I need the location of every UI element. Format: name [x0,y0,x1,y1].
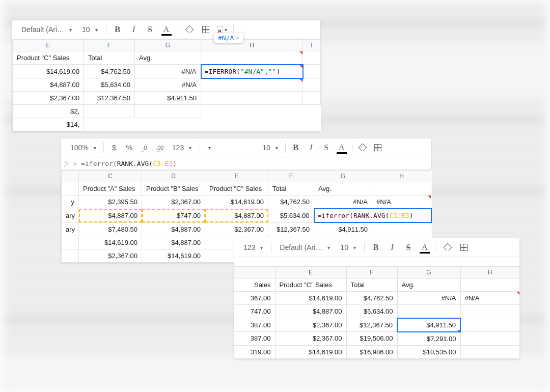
text-color-button[interactable]: A [420,242,430,253]
fill-color-button[interactable] [443,242,453,253]
cell[interactable]: 367.00 [234,292,275,305]
percent-button[interactable]: % [124,143,134,153]
spreadsheet-panel3[interactable]: E F G H Sales Product "C" Sales Total Av… [234,266,520,359]
col-header[interactable]: H [460,267,519,278]
col-header[interactable]: C [79,171,142,182]
cell[interactable] [201,78,303,92]
cell[interactable]: $4,762.50 [346,292,397,305]
cell[interactable]: $14,619.00 [13,65,84,78]
col-header[interactable]: D [142,171,205,182]
cell[interactable]: 747.00 [234,305,275,318]
text-color-button[interactable]: A [337,143,347,153]
text-color-button[interactable]: A [161,24,172,35]
decrease-decimal-button[interactable]: .0← [140,143,150,153]
cell[interactable]: $7,291.00 [397,332,460,346]
cancel-icon[interactable]: ✕ [73,160,77,167]
cell[interactable]: $4,762.50 [268,195,314,209]
cell[interactable] [62,182,79,195]
cell[interactable]: $2,367.00 [275,332,346,346]
col-header[interactable]: E [205,171,268,182]
cell[interactable]: $4.911.50 [135,92,201,105]
col-header[interactable]: G [314,171,372,182]
col-header[interactable]: I [303,40,321,51]
spreadsheet-panel1[interactable]: E F G H I Product "C" Sales Total Avg. $… [12,39,321,131]
zoom-selector[interactable]: 100% [68,143,98,153]
font-size-selector[interactable]: 10 [80,24,100,35]
currency-button[interactable]: $ [109,143,119,153]
cell[interactable]: $14, [13,118,84,131]
cell[interactable]: $2,367.00 [79,249,142,263]
cell[interactable]: $14,619.00 [79,236,142,249]
cell[interactable]: $5,634.00 [346,305,397,318]
strikethrough-button[interactable]: S [321,143,332,153]
cell[interactable] [135,105,201,118]
cell[interactable]: $2,367.00 [275,318,346,332]
font-selector[interactable]: Default (Ari… [278,242,332,253]
col-header[interactable]: F [84,40,135,51]
italic-button[interactable]: I [387,242,397,253]
cell[interactable] [62,249,79,263]
cell[interactable]: Total [268,182,314,195]
borders-button[interactable] [459,242,469,253]
formula-bar[interactable]: fx ✕ =iferror(RANK.AVG(C3:E3) [61,157,431,170]
cell[interactable] [303,65,321,78]
cell[interactable] [303,78,321,92]
formula-editing-cell[interactable]: =IFERROR("#N/A","") [201,65,303,78]
formula-editing-cell[interactable]: ? =iferror(RANK.AVG(C3:E3) [314,209,431,222]
cell[interactable] [397,305,460,318]
cell[interactable]: Product "C" Sales [275,278,346,292]
cell[interactable]: $4,887.00 [275,305,346,318]
cell[interactable]: ary [62,222,79,236]
col-header[interactable]: E [275,267,346,278]
strikethrough-button[interactable]: S [403,242,414,253]
bold-button[interactable]: B [113,24,123,35]
cell[interactable]: Product "C" Sales [13,51,84,65]
cell[interactable]: $2,395.50 [79,195,142,209]
cell[interactable]: $5,634.00 [268,209,314,222]
cell[interactable]: ary [62,209,79,222]
cell[interactable]: #N/A [460,292,519,305]
font-size-selector[interactable]: 10 [338,242,358,253]
font-selector[interactable]: Default (Ari… [19,24,74,35]
cell[interactable]: $10,535.00 [397,345,460,358]
cell[interactable]: $2, [13,105,84,118]
increase-decimal-button[interactable]: .00→ [155,143,165,153]
col-header[interactable]: G [397,267,460,278]
number-format-selector[interactable]: 123 [241,242,265,253]
fill-color-button[interactable] [184,24,195,35]
cell[interactable]: #N/A [397,292,460,305]
cell[interactable]: Product "C" Sales [205,182,268,195]
cell[interactable] [62,236,79,249]
cell[interactable]: Total [84,51,135,65]
cell[interactable]: Total [346,278,397,292]
cell[interactable]: 319.00 [234,345,275,358]
col-header[interactable] [234,267,275,278]
cell[interactable]: $7,480.50 [79,222,142,236]
cell[interactable] [303,92,321,105]
cell[interactable]: $14,619.00 [142,249,205,263]
cell[interactable]: $2,367.00 [142,195,205,209]
cell[interactable]: #N/A [135,65,201,78]
cell[interactable]: $14,619.00 [275,292,346,305]
formula-bar-text[interactable]: =iferror(RANK.AVG(C3:E3) [81,160,177,167]
cell[interactable] [372,222,431,236]
fill-color-button[interactable] [358,143,368,153]
cell[interactable] [372,182,431,195]
cell[interactable]: $12.367.50 [84,92,135,105]
font-selector[interactable] [204,144,255,152]
cell[interactable]: $2,367.00 [13,92,84,105]
cell[interactable]: Product "B" Sales [142,182,205,195]
cell[interactable]: $2,367.00 [205,222,268,236]
cell[interactable]: $4,887.00 [205,209,268,222]
cell[interactable]: 387.00 [234,332,275,346]
cell[interactable]: #N/A [372,195,431,209]
font-size-selector[interactable]: 10 [260,143,280,153]
cell[interactable]: Avg. [314,182,372,195]
cell[interactable] [460,332,519,346]
cell[interactable]: Avg. [397,278,460,292]
col-header[interactable]: F [346,267,397,278]
col-header[interactable]: F [268,171,314,182]
cell[interactable] [201,92,303,105]
cell[interactable]: $12,367.50 [268,222,314,236]
col-header[interactable]: G [135,40,201,51]
